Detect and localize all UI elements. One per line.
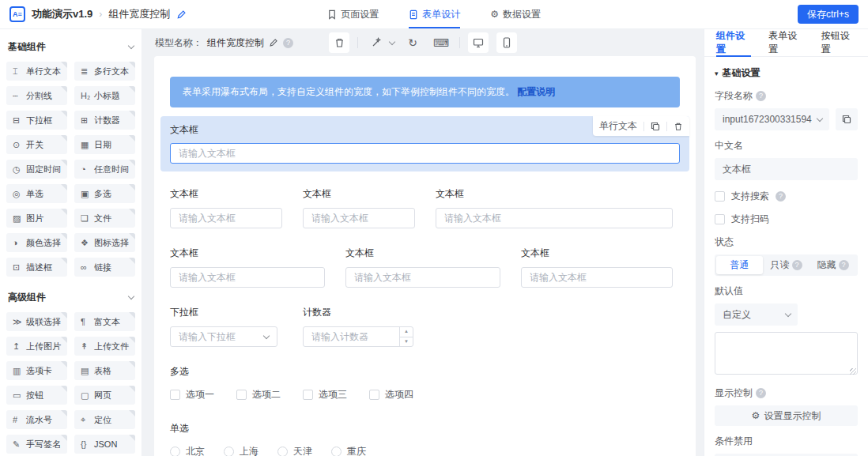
component-item[interactable]: ≣ 多行文本 [74,62,135,81]
copy-field-name-button[interactable] [836,108,858,130]
component-item[interactable]: ◎ 单选 [6,184,67,203]
help-icon[interactable]: ? [776,191,786,202]
form-field[interactable]: 计数器 请输入计数器 ▲ ▼ [303,306,413,347]
checkbox-option[interactable]: 选项二 [236,388,281,401]
status-normal[interactable]: 普通 [716,256,763,274]
support-search-checkbox[interactable]: 支持搜索 ? [715,190,858,203]
radio-group-field[interactable]: 单选 北京 上海 [170,422,680,456]
section-basic-components[interactable]: 基础组件 [6,40,135,54]
default-value-textarea[interactable] [715,332,858,375]
nav-page-settings[interactable]: 页面设置 [327,0,379,28]
config-doc-link[interactable]: 配置说明 [517,86,555,97]
keyboard-icon[interactable]: ⌨ [431,32,451,53]
component-item[interactable]: {} JSON [74,435,135,454]
component-item[interactable]: ≫ 级联选择 [6,312,67,331]
clear-canvas-icon[interactable] [329,32,349,53]
set-display-control-button[interactable]: ⚙ 设置显示控制 [715,405,858,426]
checkbox-group-field[interactable]: 多选 选项一 选项二 [170,365,680,401]
checkbox-icon[interactable] [303,390,313,400]
component-item[interactable]: ⊟ 下拉框 [6,111,67,130]
checkbox-option[interactable]: 选项三 [303,388,347,401]
component-item[interactable]: ▤ 表格 [74,361,135,380]
model-help-icon[interactable]: ? [283,38,293,48]
delete-component-icon[interactable] [674,122,683,131]
text-input[interactable] [345,267,500,288]
text-input[interactable] [521,267,673,288]
form-field[interactable]: 文本框 [303,187,415,228]
tab-component-settings[interactable]: 组件设置 [716,29,751,56]
component-item[interactable]: ∞ 链接 [74,258,135,277]
tab-button-settings[interactable]: 按钮设置 [821,29,856,56]
component-item[interactable]: ❏ 文件 [74,209,135,228]
status-hidden[interactable]: 隐藏 ? [810,256,856,274]
resize-grip-icon[interactable] [850,368,856,375]
edit-model-name-icon[interactable] [269,38,278,47]
form-field[interactable]: 文本框 [345,247,500,288]
component-item[interactable]: ⊡ 描述框 [6,258,67,277]
radio-option[interactable]: 重庆 [331,445,366,456]
caret-down-icon[interactable] [389,38,395,44]
theme-wand-icon[interactable] [366,32,387,53]
component-item[interactable]: # 流水号 [6,410,67,429]
checkbox-option[interactable]: 选项一 [170,388,214,401]
dropdown-select[interactable]: 请输入下拉框 [170,326,277,347]
field-name-select[interactable]: input1672300331594 [715,108,829,130]
radio-option[interactable]: 北京 [170,445,205,456]
status-readonly[interactable]: 只读 ? [763,256,810,274]
component-item[interactable]: ┄ 分割线 [6,86,67,105]
mobile-preview-icon[interactable] [496,32,517,53]
form-field[interactable]: 下拉框 请输入下拉框 [170,306,277,347]
component-item[interactable]: H₂ 小标题 [74,86,135,105]
checkbox-option[interactable]: 选项四 [369,388,413,401]
component-item[interactable]: ✎ 手写签名 [6,435,67,454]
help-icon[interactable]: ? [792,260,802,270]
help-icon[interactable]: ? [756,91,766,101]
text-input[interactable] [303,208,415,228]
component-item[interactable]: ▭ 按钮 [6,386,67,405]
edit-title-icon[interactable] [176,9,187,20]
component-item[interactable]: ⌖ 定位 [74,410,135,429]
component-item[interactable]: ❖ 图标选择 [74,233,135,252]
component-item[interactable]: ▢ 网页 [74,386,135,405]
component-item[interactable]: ▨ 图片 [6,209,67,228]
component-item[interactable]: ⊙ 开关 [6,135,67,154]
tab-form-settings[interactable]: 表单设置 [768,29,803,56]
spin-down-icon[interactable]: ▼ [400,337,413,347]
component-item[interactable]: ▣ 多选 [74,184,135,203]
chinese-name-input[interactable]: 文本框 [715,158,858,180]
default-value-select[interactable]: 自定义 [715,303,798,326]
desktop-preview-icon[interactable] [468,32,489,53]
text-input[interactable] [170,143,680,164]
component-item[interactable]: ▥ 选项卡 [6,361,67,380]
component-item[interactable]: ¶ 富文本 [74,312,135,331]
text-input[interactable] [436,208,673,228]
component-item[interactable]: ▦ 日期 [74,135,135,154]
component-item[interactable]: ↥ 上传图片 [6,337,67,356]
component-item[interactable]: ◷ 固定时间 [6,160,67,179]
radio-option[interactable]: 上海 [224,445,259,456]
save-button[interactable]: 保存ctrl+s [798,5,859,24]
radio-icon[interactable] [277,447,288,456]
component-item[interactable]: ◑ 颜色选择 [6,233,67,252]
form-canvas[interactable]: 表单采用瀑布式布局，支持自定义组件的宽度，如下举例控制组件不同的宽度。 配置说明… [154,56,696,456]
checkbox-icon[interactable] [715,191,725,202]
form-field[interactable]: 文本框 [521,247,673,288]
text-input[interactable] [170,267,325,288]
counter-input[interactable]: 请输入计数器 ▲ ▼ [303,326,413,347]
text-input[interactable] [170,208,282,228]
checkbox-icon[interactable] [170,390,180,400]
component-item[interactable]: ↟ 上传文件 [74,337,135,356]
form-field[interactable]: 文本框 [436,187,673,228]
support-scan-checkbox[interactable]: 支持扫码 [715,213,858,226]
app-logo[interactable]: A≡ [9,6,25,22]
copy-component-icon[interactable] [651,122,660,131]
checkbox-icon[interactable] [369,390,379,400]
form-field[interactable]: 文本框 [170,187,282,228]
nav-data-settings[interactable]: ⚙ 数据设置 [490,0,541,28]
section-advanced-components[interactable]: 高级组件 [6,291,135,304]
section-basic-settings[interactable]: ▾ 基础设置 [715,66,858,80]
checkbox-icon[interactable] [236,390,247,400]
radio-icon[interactable] [170,447,180,456]
radio-icon[interactable] [331,447,342,456]
spin-up-icon[interactable]: ▲ [400,327,413,337]
